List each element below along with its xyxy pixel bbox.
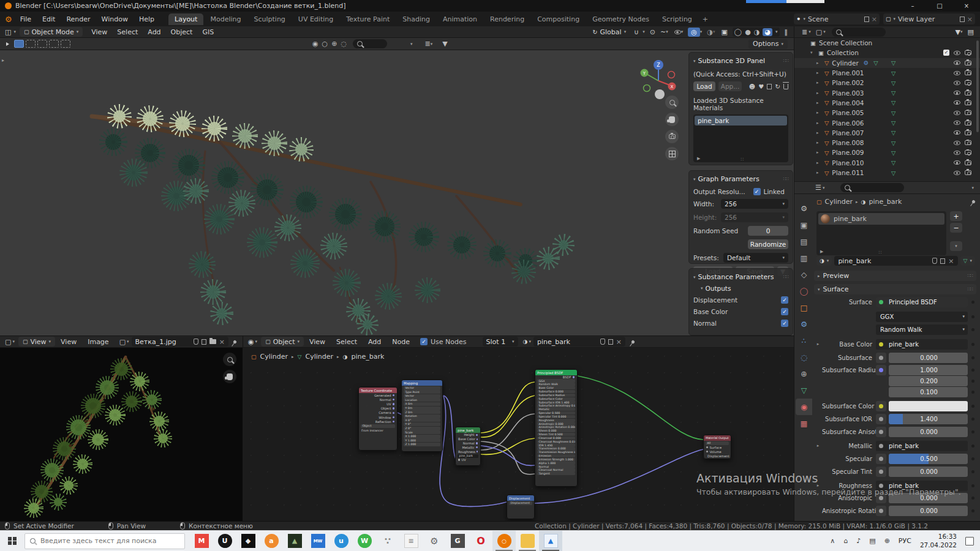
image-display-mode[interactable]: ▢View▾ [18,337,55,347]
app-icon[interactable]: ⚙ [428,534,442,548]
hide-viewport-icon[interactable] [954,61,960,65]
property-field[interactable]: 0.000 [889,467,968,477]
disable-render-icon[interactable] [965,91,971,96]
tray-icon[interactable]: ♪ [856,537,861,545]
node-row[interactable]: Subsurface Anisotropy 0.000 [537,404,575,407]
taskbar-app-button[interactable]: ∵ [376,531,399,551]
new-collection-icon[interactable]: ▤ [968,28,974,36]
list-expand-arrow[interactable]: ▶ [697,156,700,161]
minimize-button[interactable]: – [899,0,926,12]
breadcrumb-object[interactable]: Cylinder [825,198,853,206]
filter-icon[interactable]: ▼ [442,40,447,48]
filter-funnel-icon[interactable]: ▼ [956,28,960,36]
property-field[interactable]: Principled BSDF [876,297,968,307]
property-field[interactable]: 0.100 [889,387,968,397]
node-output[interactable]: Metallic [456,445,480,449]
viewport-menu-item[interactable]: Select [112,28,143,36]
node-row[interactable]: Type Point [404,390,440,394]
animate-decorator[interactable] [968,467,978,473]
node-row[interactable]: Clearcoat Normal [537,468,575,471]
expand-arrow[interactable]: ▸ [814,441,822,451]
object-name[interactable]: Plane.011 [832,169,864,176]
app-icon[interactable]: ▲ [288,534,302,548]
collapse-icon[interactable]: ▾ [701,286,703,291]
outliner-object-row[interactable]: ▸ ▽ Plane.008 ▽ [794,138,980,148]
maximize-button[interactable]: □ [926,0,953,12]
select-mode-intersect-icon[interactable] [61,40,70,48]
node-row[interactable]: Anisotropic Rotation 0.000 [537,425,575,429]
editor-type-icon[interactable]: ◫ [5,28,11,36]
socket[interactable] [876,454,886,464]
node-row[interactable]: Sheen 0.000 [537,429,575,432]
property-field[interactable]: pine_bark [876,481,968,491]
properties-tab-icon[interactable]: ◯ [796,283,812,299]
node-output[interactable]: Generated [359,393,397,397]
workspace-tab[interactable]: Scripting [656,13,698,25]
xray-toggle-icon[interactable]: ◑ [707,28,713,36]
tray-icon[interactable]: ∧ [830,537,835,545]
hide-viewport-icon[interactable] [954,81,960,85]
expand-arrow[interactable]: ▸ [814,339,822,350]
material-name-field[interactable]: pine_bark × [834,256,957,266]
properties-tab-icon[interactable]: ⚙ [796,200,812,217]
animate-decorator[interactable] [968,427,978,433]
refresh-icon[interactable]: ↻ [775,83,780,90]
remove-slot-button[interactable]: − [950,223,962,233]
socket[interactable] [876,387,886,397]
editor-type-icon[interactable]: ☰ [815,184,821,192]
socket[interactable] [876,467,886,477]
node-mapping[interactable]: Mapping VectorType PointVectorLocationX … [401,380,443,452]
outliner-search[interactable] [832,28,886,37]
animate-decorator[interactable] [968,506,978,512]
object-name[interactable]: Plane.002 [832,79,864,86]
shading-material-icon[interactable]: ◑ [754,28,760,36]
tray-icon[interactable]: ⌂ [843,537,848,545]
tray-icon[interactable]: ⊕ [884,537,890,545]
properties-tab-icon[interactable]: ◌ [796,349,812,365]
property-field[interactable]: 0.500 [889,454,968,464]
object-field[interactable]: Object [361,424,395,428]
pause-render-icon[interactable]: ‖ [785,28,788,36]
slot-specials-button[interactable]: ▾ [950,241,962,251]
node-row[interactable]: Transmission 0.000 [537,447,575,450]
hide-viewport-icon[interactable] [954,111,960,115]
panel-grip[interactable]: ∷∷ [783,176,788,182]
socket[interactable] [876,365,886,375]
fake-user-icon[interactable] [932,258,937,264]
disable-render-icon[interactable] [965,61,971,66]
node-output[interactable]: Height [456,433,480,437]
open-folder-icon[interactable] [209,339,216,344]
outliner-object-row[interactable]: ▸ ▽ Plane.011 ▽ [794,168,980,178]
select-mode-subtract-icon[interactable] [37,40,47,48]
expand-arrow[interactable]: ▸ [814,481,822,491]
node-output[interactable]: Normal [359,397,397,402]
material-list-item[interactable]: pine_bark [695,116,787,126]
taskbar-app-button[interactable]: U [213,531,236,551]
pin-icon[interactable] [971,200,976,204]
node-row[interactable]: X 0m [404,402,440,406]
menu-item[interactable]: View [304,338,331,346]
copy-icon[interactable] [864,17,869,22]
object-name[interactable]: Plane.009 [832,149,864,156]
app-icon[interactable]: W [358,534,372,548]
proportional-edit-icon[interactable]: ⊙ [650,28,655,36]
disable-render-icon[interactable] [965,80,971,85]
taskbar-app-button[interactable]: G [446,531,469,551]
select-mode-invert-icon[interactable] [49,40,59,48]
overlay-icon-2[interactable]: ○ [322,40,328,48]
node-row[interactable]: Specular 0.500 [537,411,575,414]
overlay-icon-1[interactable]: ◉ [312,40,318,48]
workspace-tab[interactable]: Compositing [531,13,586,25]
unlink-icon[interactable]: × [948,257,954,265]
animate-decorator[interactable] [968,441,978,448]
node-output[interactable]: Camera [359,411,397,415]
node-row[interactable]: Emission Strength 1.000 [537,458,575,461]
target-field[interactable]: All [706,441,729,445]
property-field[interactable]: Random Walk ▾ [876,324,968,335]
pan-hand-icon[interactable] [665,113,679,126]
property-field[interactable]: 0.200 [889,376,968,386]
disable-render-icon[interactable] [965,170,971,175]
grid-ortho-icon[interactable] [665,147,679,160]
copy-icon[interactable] [608,339,613,345]
user-icon[interactable]: ☻ [749,83,755,90]
